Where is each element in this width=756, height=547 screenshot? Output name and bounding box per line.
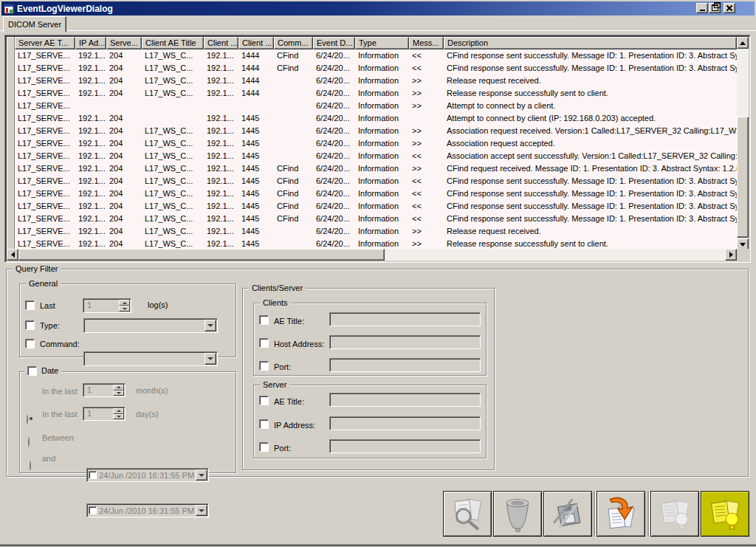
months-stepper[interactable]: 1 <box>83 383 126 397</box>
table-cell: 1445 <box>238 238 274 249</box>
table-cell: 204 <box>106 150 142 162</box>
horizontal-scrollbar[interactable] <box>7 249 737 261</box>
scroll-up-button[interactable] <box>737 37 749 49</box>
and-date-picker[interactable]: 24/Jun /2010 16:31:55 PM <box>86 503 209 517</box>
tab-dicom-server[interactable]: DICOM Server <box>3 16 66 32</box>
table-row[interactable]: L17_SERVE...192.1...204L17_WS_C...192.1.… <box>15 75 737 87</box>
client-port-checkbox[interactable] <box>259 361 269 371</box>
column-header[interactable]: Description <box>444 37 737 49</box>
spin-up-icon[interactable] <box>119 300 130 306</box>
column-header[interactable]: Client ... <box>204 37 238 49</box>
table-row[interactable]: L17_SERVE...192.1...204L17_WS_C...192.1.… <box>15 188 737 200</box>
between-date-dropdown-icon[interactable] <box>196 469 207 481</box>
table-row[interactable]: L17_SERVE...192.1...204L17_WS_C...192.1.… <box>15 200 737 213</box>
and-date-dropdown-icon[interactable] <box>196 505 207 516</box>
column-header[interactable]: Client ... <box>238 37 274 49</box>
in-last-days-radio[interactable] <box>28 437 30 447</box>
table-row[interactable]: L17_SERVE...192.1...204L17_WS_C...192.1.… <box>15 225 737 238</box>
server-ip-address-field[interactable] <box>329 416 481 430</box>
between-radio[interactable] <box>30 461 31 471</box>
table-cell: Association accept sent successfully. Ve… <box>444 150 737 162</box>
table-row[interactable]: L17_SERVE...192.1...204L17_WS_C...192.1.… <box>15 150 737 162</box>
between-date-picker[interactable]: 24/Jun /2010 16:31:55 PM <box>86 468 209 482</box>
column-header[interactable]: Event D... <box>313 37 355 49</box>
column-header[interactable]: Comm... <box>274 37 313 49</box>
table-cell: Information <box>355 112 409 125</box>
last-checkbox[interactable] <box>25 300 35 310</box>
table-cell: Information <box>355 125 409 137</box>
last-count-stepper[interactable]: 1 <box>83 298 131 313</box>
scroll-left-icon <box>11 252 15 258</box>
table-row[interactable]: L17_SERVE...6/24/20...Information>>Attem… <box>15 100 737 112</box>
spin-up-icon[interactable] <box>113 385 124 391</box>
spin-down-icon[interactable] <box>119 306 130 312</box>
restore-button[interactable] <box>709 3 721 13</box>
client-ae-title-checkbox[interactable] <box>259 315 269 325</box>
days-stepper[interactable]: 1 <box>83 407 126 421</box>
delete-logs-button[interactable] <box>493 491 542 537</box>
log-details-active-button[interactable] <box>701 491 749 537</box>
minimize-button[interactable] <box>696 3 708 13</box>
close-button[interactable] <box>724 3 735 13</box>
column-header[interactable]: Type <box>355 37 409 49</box>
spin-down-icon[interactable] <box>113 391 124 396</box>
column-header[interactable]: Server AE T... <box>15 37 75 49</box>
table-row[interactable]: L17_SERVE...192.1...204L17_WS_C...192.1.… <box>15 162 737 175</box>
table-row[interactable]: L17_SERVE...192.1...204L17_WS_C...192.1.… <box>15 125 737 137</box>
table-cell: 192.1... <box>75 200 106 213</box>
spin-down-icon[interactable] <box>113 414 124 420</box>
table-row[interactable]: L17_SERVE...192.1...204L17_WS_C...192.1.… <box>15 238 737 249</box>
in-last-months-radio[interactable] <box>27 414 28 424</box>
and-date-checkbox[interactable] <box>89 506 97 515</box>
scroll-right-button[interactable] <box>725 249 737 261</box>
find-logs-button[interactable] <box>443 491 492 537</box>
table-row[interactable]: L17_SERVE...192.1...204L17_WS_C...192.1.… <box>15 87 737 100</box>
table-row[interactable]: L17_SERVE...192.1...204L17_WS_C...192.1.… <box>15 62 737 75</box>
table-row[interactable]: L17_SERVE...192.1...204L17_WS_C...192.1.… <box>15 175 737 188</box>
date-checkbox[interactable] <box>27 366 37 376</box>
table-row[interactable]: L17_SERVE...192.1...204L17_WS_C...192.1.… <box>15 137 737 150</box>
log-details-button[interactable] <box>650 491 699 537</box>
column-header[interactable]: Serve... <box>106 37 142 49</box>
client-port-field[interactable] <box>329 358 481 372</box>
type-checkbox[interactable] <box>25 320 35 330</box>
server-port-field[interactable] <box>329 439 481 453</box>
between-date-checkbox[interactable] <box>89 471 97 479</box>
column-header[interactable]: IP Ad... <box>75 37 106 49</box>
type-dropdown-icon[interactable] <box>205 320 216 331</box>
app-icon <box>4 4 14 14</box>
clients-server-title: Clients/Server <box>249 283 306 293</box>
vertical-scrollbar[interactable] <box>737 37 749 250</box>
column-header[interactable]: Client AE Title <box>142 37 204 49</box>
horizontal-scroll-thumb[interactable] <box>18 249 385 261</box>
table-cell: 1445 <box>238 125 274 137</box>
table-cell: 6/24/20... <box>313 238 355 249</box>
days-label: day(s) <box>136 410 159 419</box>
client-host-address-field[interactable] <box>329 335 481 349</box>
client-ae-title-field[interactable] <box>329 312 481 326</box>
server-port-checkbox[interactable] <box>259 442 269 452</box>
table-row[interactable]: L17_SERVE...192.1...204L17_WS_C...192.1.… <box>15 213 737 225</box>
scroll-left-button[interactable] <box>7 249 18 261</box>
save-disk-pen-icon <box>549 495 586 532</box>
save-logs-button[interactable] <box>543 491 592 537</box>
command-dropdown-icon[interactable] <box>205 353 216 365</box>
server-ae-title-field[interactable] <box>329 393 481 407</box>
table-cell: L17_SERVE... <box>15 200 75 213</box>
client-host-address-checkbox[interactable] <box>259 338 269 348</box>
table-row[interactable]: L17_SERVE...192.1...204L17_WS_C...192.1.… <box>15 49 737 62</box>
column-header[interactable]: Mess... <box>409 37 444 49</box>
type-combobox[interactable] <box>83 318 218 333</box>
vertical-scroll-thumb[interactable] <box>737 117 749 238</box>
server-ae-title-checkbox[interactable] <box>259 396 269 405</box>
table-cell: L17_WS_C... <box>142 75 204 87</box>
table-row[interactable]: L17_SERVE...192.1...204192.1...14456/24/… <box>15 112 737 125</box>
command-combobox[interactable] <box>83 351 218 366</box>
row-selector-strip[interactable] <box>7 37 15 250</box>
spin-up-icon[interactable] <box>113 408 124 414</box>
command-checkbox[interactable] <box>25 339 35 348</box>
table-cell: << <box>409 213 444 225</box>
server-ip-address-checkbox[interactable] <box>259 419 269 429</box>
retrieve-logs-button[interactable] <box>597 491 645 537</box>
trash-bucket-icon <box>499 495 536 532</box>
